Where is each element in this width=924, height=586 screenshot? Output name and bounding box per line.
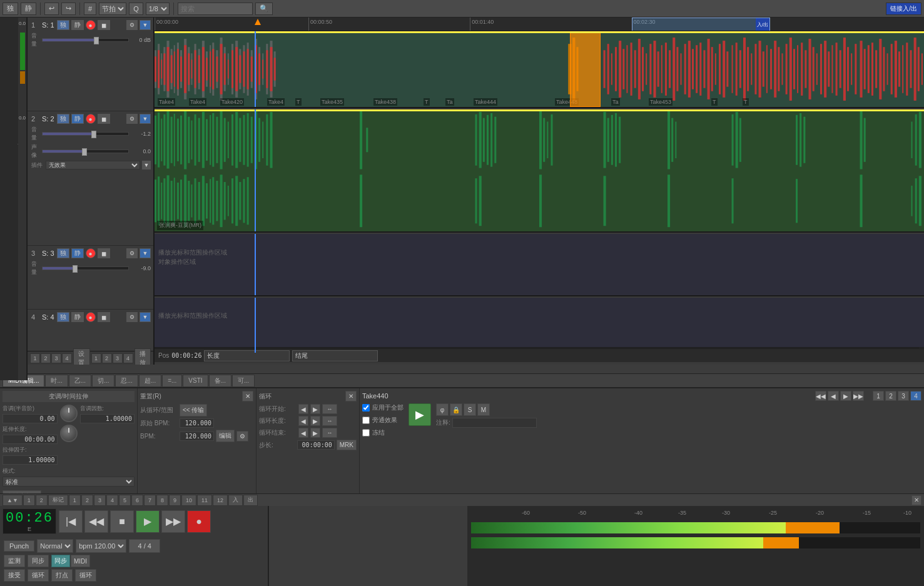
small-tab-t7[interactable]: 7 <box>144 495 156 506</box>
take-nav-3[interactable]: ▶ <box>840 391 851 401</box>
track-4-mute2-btn[interactable]: ◼ <box>98 312 110 322</box>
track-3-content[interactable]: 播放光标和范围操作区域对象操作区域 <box>155 234 924 296</box>
loop-end-inc[interactable]: ▶ <box>310 428 320 438</box>
time-sig-input[interactable] <box>129 539 160 553</box>
track-3-mute2-btn[interactable]: ◼ <box>98 248 110 258</box>
toolbar-solo-btn[interactable]: 独 <box>3 3 18 15</box>
toolbar-zoom-btn[interactable]: Q <box>129 3 143 15</box>
track-3-settings-btn[interactable]: ⚙ <box>126 248 138 258</box>
beat-select[interactable]: 节拍 <box>99 3 126 15</box>
small-tab-t11[interactable]: 11 <box>197 495 212 506</box>
take-num-4[interactable]: 4 <box>910 391 921 401</box>
edit-btn[interactable]: 编辑 <box>216 430 235 442</box>
loop-transport-btn[interactable]: 循环 <box>28 569 49 582</box>
track-3-solo-btn[interactable]: 独 <box>57 248 69 258</box>
track-2-mute-btn[interactable]: 静 <box>71 114 84 124</box>
sync-toggle-btn[interactable]: 同步 <box>51 555 70 567</box>
timeline-ruler[interactable]: 00:00:00 00:00:50 00:01:40 00:02:30 入/出 <box>155 18 924 31</box>
factor-value[interactable]: 1.00000 <box>3 455 58 465</box>
punch-btn[interactable]: Punch <box>4 540 34 552</box>
tab-en[interactable]: 忍... <box>115 375 138 387</box>
loop-start-arrow[interactable]: ↔ <box>322 404 337 414</box>
normal-mode-select[interactable]: Normal <box>37 539 73 553</box>
track-1-settings-btn[interactable]: ⚙ <box>126 20 138 30</box>
track-4-solo-btn[interactable]: 独 <box>57 312 69 322</box>
fast-fwd-btn[interactable]: ▶▶ <box>161 510 185 533</box>
go-start-btn[interactable]: |◀ <box>59 510 83 533</box>
toolbar-mute-btn[interactable]: 静 <box>21 3 36 15</box>
resample-close-btn[interactable]: ✕ <box>242 391 253 402</box>
take-nav-1[interactable]: ◀◀ <box>815 391 826 401</box>
play-num-2[interactable]: 2 <box>102 353 112 363</box>
track-1-vol-slider[interactable] <box>42 38 129 42</box>
take-lock-btn[interactable]: 🔒 <box>450 403 462 416</box>
track-2-rec-btn[interactable]: ● <box>86 114 96 124</box>
track-1-rec-btn[interactable]: ● <box>86 20 96 30</box>
sync-btn-2[interactable]: 同步 <box>28 555 49 567</box>
position-select[interactable]: 1/8 <box>146 3 170 15</box>
stop-btn[interactable]: ■ <box>110 510 134 533</box>
pitch-knob[interactable] <box>60 405 78 422</box>
small-tab-t2[interactable]: 2 <box>81 495 93 506</box>
playback-btn[interactable]: 播放 <box>135 348 151 365</box>
track-num-3[interactable]: 3 <box>51 353 61 363</box>
toolbar-grid-btn[interactable]: # <box>84 3 96 15</box>
rewind-btn[interactable]: ◀◀ <box>84 510 108 533</box>
track-2-solo-btn[interactable]: 独 <box>57 114 69 124</box>
track-3-rec-btn[interactable]: ● <box>86 248 96 258</box>
small-tab-close[interactable]: ✕ <box>911 495 921 505</box>
track-3-vol-slider[interactable] <box>42 266 129 270</box>
track-num-2[interactable]: 2 <box>41 353 51 363</box>
search-btn[interactable]: 🔍 <box>255 3 273 15</box>
take-nav-2[interactable]: ◀ <box>828 391 839 401</box>
track-2-vol-slider[interactable] <box>42 132 129 136</box>
end-input[interactable] <box>292 350 378 361</box>
take-s-btn[interactable]: S <box>464 403 476 416</box>
tab-other[interactable]: 可... <box>232 375 255 387</box>
track-4-expand-btn[interactable]: ▼ <box>140 312 151 322</box>
bpm-value[interactable]: 120.000 <box>180 432 214 441</box>
loop-in-out-btn[interactable]: 链接入/出 <box>886 3 921 15</box>
loop-start-dec[interactable]: ◀ <box>298 404 308 414</box>
track-1-mute2-btn[interactable]: ◼ <box>98 20 110 30</box>
tab-time[interactable]: 时... <box>45 375 68 387</box>
settings-btn[interactable]: 设置 <box>73 348 90 365</box>
track-2-plugin-expand-btn[interactable]: ▼ <box>142 161 151 169</box>
pitch-count-value[interactable]: 1.00000 <box>80 414 135 423</box>
stretch-value[interactable]: 00:00.00 <box>3 435 58 444</box>
play-num-3[interactable]: 3 <box>113 353 123 363</box>
loop-len-dec[interactable]: ◀ <box>298 416 308 426</box>
bpm-orig-value[interactable]: 120.000 <box>180 418 214 428</box>
track-num-1[interactable]: 1 <box>30 353 40 363</box>
apply-all-check[interactable] <box>362 404 370 412</box>
track-1-content[interactable]: Take4 Take4 Take420 Take4 T Take435 Take… <box>155 31 924 108</box>
track-4-mute-btn[interactable]: 静 <box>71 312 84 322</box>
track-4-content[interactable]: 播放光标和范围操作区域 <box>155 298 924 354</box>
pitch-value[interactable]: 0.00 <box>3 414 58 423</box>
small-tab-t6[interactable]: 6 <box>131 495 143 506</box>
track-4-settings-btn[interactable]: ⚙ <box>126 312 138 322</box>
note-input[interactable] <box>452 418 537 428</box>
loop-close-btn[interactable]: ✕ <box>345 391 357 402</box>
track-2-expand-btn[interactable]: ▼ <box>140 114 151 124</box>
record-btn[interactable]: ● <box>187 510 211 533</box>
track-1-solo-btn[interactable]: 独 <box>57 20 69 30</box>
midi-btn[interactable]: MIDI <box>71 555 90 567</box>
track-1-expand-btn[interactable]: ▼ <box>140 20 151 30</box>
track-2-mute2-btn[interactable]: ◼ <box>98 114 110 124</box>
hit-btn[interactable]: 打点 <box>51 569 73 582</box>
mode-select[interactable]: 标准 <box>3 477 135 487</box>
small-tab-in[interactable]: 入 <box>228 495 243 506</box>
small-tab-t4[interactable]: 4 <box>106 495 118 506</box>
gear-btn[interactable]: ⚙ <box>236 431 248 442</box>
freeze-check[interactable] <box>362 429 370 437</box>
take-num-1[interactable]: 1 <box>873 391 884 401</box>
small-tab-t12[interactable]: 12 <box>213 495 228 506</box>
accept-btn[interactable]: 接受 <box>4 569 25 582</box>
tab-vsti[interactable]: VSTI <box>183 375 208 387</box>
small-tab-arrows[interactable]: ▲▼ <box>3 495 23 506</box>
take-phi-btn[interactable]: φ <box>436 403 449 416</box>
search-input[interactable] <box>178 3 253 15</box>
loop-len-arrow[interactable]: ↔ <box>322 416 337 426</box>
take-nav-4[interactable]: ▶▶ <box>853 391 864 401</box>
